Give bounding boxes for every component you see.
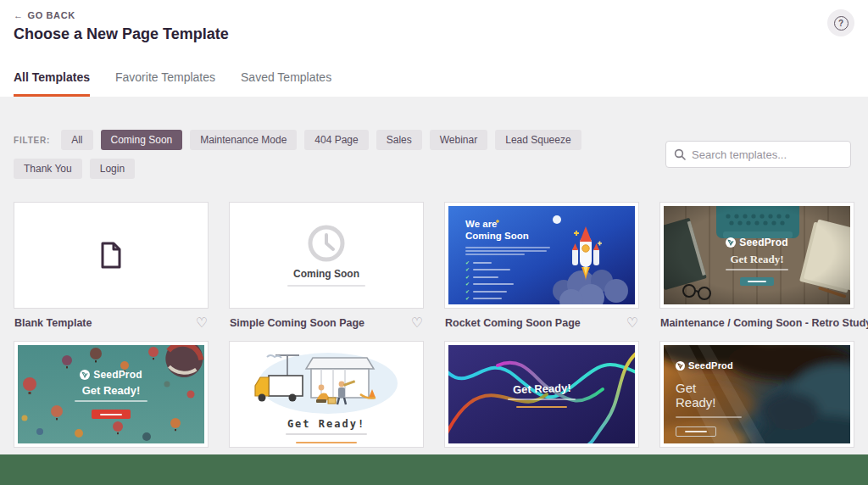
rocket-thumb-copy: We are Coming Soon ✔ ✔ ✔ ✔ ✔ ✔ (465, 218, 554, 301)
waves-thumb-copy: Get Ready! (448, 382, 635, 408)
tab-favorite-templates[interactable]: Favorite Templates (115, 70, 215, 97)
thumb-brand: SeedProd (93, 369, 142, 381)
check-icon: ✔ (465, 275, 470, 280)
thumb-subtext-line (726, 269, 788, 270)
thumb-cta-button (740, 277, 774, 286)
thumb-subtext-line (676, 416, 742, 418)
thumb-heading: Coming Soon (293, 268, 359, 280)
thumb-subtext-line (508, 399, 576, 400)
thumb-subtext-line (286, 433, 367, 435)
back-arrow-icon: ← (14, 10, 24, 20)
thumb-cta-button (676, 426, 716, 437)
check-icon: ✔ (465, 260, 470, 265)
box-shape (328, 398, 336, 404)
filter-webinar[interactable]: Webinar (430, 130, 487, 150)
go-back-label: GO BACK (28, 10, 75, 20)
template-name: Blank Template (14, 317, 92, 329)
question-mark-icon: ? (834, 16, 849, 31)
thumb-heading-line2: Ready! (676, 395, 769, 410)
template-card-clouds: SeedProd Get Ready! (659, 341, 854, 448)
template-card-rocket-coming-soon: We are Coming Soon ✔ ✔ ✔ ✔ ✔ ✔ (444, 202, 639, 330)
template-thumbnail-rocket-coming-soon[interactable]: We are Coming Soon ✔ ✔ ✔ ✔ ✔ ✔ (444, 202, 639, 309)
template-card-balloons: SeedProd Get Ready! (14, 341, 209, 448)
thumb-heading: Get Ready! (82, 384, 141, 397)
truck-thumb-copy: Get Ready! (233, 418, 420, 443)
template-card-waves: Get Ready! (444, 341, 639, 448)
thumb-heading: Get Ready! (512, 382, 570, 396)
template-card-blank: Blank Template ♡ (14, 202, 209, 330)
help-button[interactable]: ? (827, 9, 854, 36)
balloons-thumb-copy: SeedProd Get Ready! (18, 369, 204, 419)
check-icon: ✔ (465, 296, 470, 301)
template-thumbnail-blank[interactable] (14, 202, 209, 309)
clouds-thumb-copy: SeedProd Get Ready! (676, 360, 769, 437)
filter-all[interactable]: All (61, 130, 92, 150)
filter-login[interactable]: Login (90, 159, 135, 179)
template-card-truck: Get Ready! (229, 341, 424, 448)
footer-bar (0, 454, 868, 485)
template-name: Rocket Coming Soon Page (445, 317, 581, 329)
filter-maintenance-mode[interactable]: Maintenance Mode (190, 130, 297, 150)
check-icon: ✔ (465, 282, 470, 287)
search-input[interactable] (692, 148, 843, 161)
template-card-retro-study: SeedProd Get Ready! Maintenance / Coming… (659, 202, 854, 330)
favorite-heart-icon[interactable]: ♡ (196, 316, 208, 330)
thumb-heading: Get Ready! (287, 418, 365, 430)
template-thumbnail-balloons[interactable]: SeedProd Get Ready! (14, 341, 209, 448)
thumb-link-line (516, 406, 567, 408)
thumb-link-line (296, 442, 357, 443)
thumb-cta-button (92, 410, 131, 419)
thumb-subtext-line (287, 285, 365, 287)
template-thumbnail-clouds[interactable]: SeedProd Get Ready! (659, 341, 854, 448)
template-name: Maintenance / Coming Soon - Retro Study (660, 317, 868, 329)
tab-saved-templates[interactable]: Saved Templates (241, 70, 331, 97)
filter-coming-soon[interactable]: Coming Soon (101, 130, 183, 150)
thumb-paragraph-lines (465, 247, 554, 255)
thumb-heading-line1: We are (465, 218, 554, 230)
thumb-checklist: ✔ ✔ ✔ ✔ ✔ ✔ (465, 260, 554, 302)
search-box (665, 141, 851, 168)
template-thumbnail-retro-study[interactable]: SeedProd Get Ready! (659, 202, 854, 309)
filter-404-page[interactable]: 404 Page (304, 130, 368, 150)
template-thumbnail-waves[interactable]: Get Ready! (444, 341, 639, 448)
search-icon (674, 148, 686, 160)
cloud-line (267, 355, 281, 358)
go-back-link[interactable]: ← GO BACK (14, 10, 75, 20)
favorite-heart-icon[interactable]: ♡ (411, 316, 423, 330)
check-icon: ✔ (465, 267, 470, 272)
thumb-brand: SeedProd (688, 360, 733, 371)
tab-all-templates[interactable]: All Templates (14, 70, 90, 97)
filter-thank-you[interactable]: Thank You (14, 159, 82, 179)
page-title: Choose a New Page Template (14, 25, 229, 43)
template-card-simple-coming-soon: Coming Soon Simple Coming Soon Page ♡ (229, 202, 424, 330)
clock-icon (307, 224, 346, 263)
thumb-heading-line1: Get (676, 381, 769, 395)
filter-label: FILTER: (14, 136, 50, 145)
document-icon (100, 242, 122, 269)
seedprod-leaf-icon (80, 370, 90, 380)
filter-lead-squeeze[interactable]: Lead Squeeze (495, 130, 581, 150)
filter-sales[interactable]: Sales (376, 130, 422, 150)
template-tabs: All Templates Favorite Templates Saved T… (14, 70, 331, 97)
thumb-heading: Get Ready! (730, 253, 783, 266)
thumb-brand: SeedProd (739, 237, 788, 248)
thumb-subtext-line (75, 400, 147, 402)
filter-bar: FILTER: All Coming Soon Maintenance Mode… (14, 130, 641, 179)
favorite-heart-icon[interactable]: ♡ (626, 316, 638, 330)
retro-thumb-copy: SeedProd Get Ready! (664, 237, 850, 286)
check-icon: ✔ (465, 289, 470, 294)
template-name: Simple Coming Soon Page (230, 317, 364, 329)
seedprod-leaf-icon (676, 361, 685, 371)
seedprod-leaf-icon (726, 237, 736, 248)
template-thumbnail-simple-coming-soon[interactable]: Coming Soon (229, 202, 424, 309)
thumb-heading-line2: Coming Soon (465, 230, 554, 242)
template-thumbnail-truck[interactable]: Get Ready! (229, 341, 424, 448)
page-header: ← GO BACK Choose a New Page Template ? A… (0, 0, 868, 97)
